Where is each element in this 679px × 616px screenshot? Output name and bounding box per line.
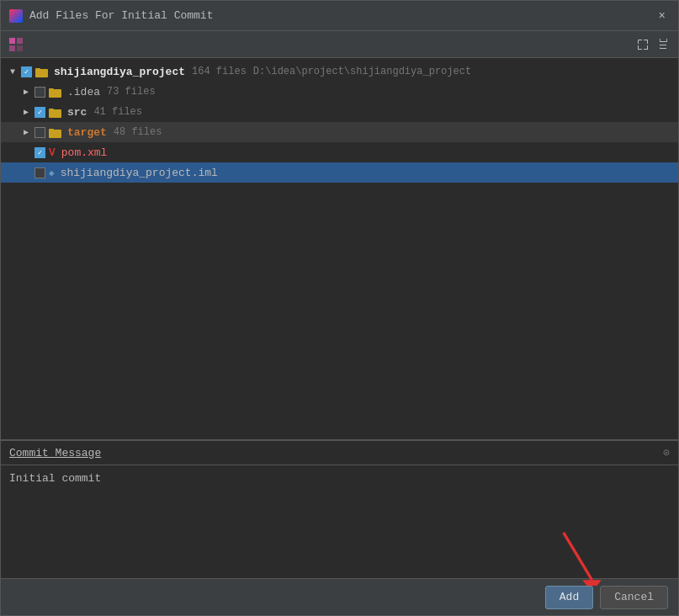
dialog-title: Add Files For Initial Commit bbox=[29, 9, 648, 22]
pom-name: pom.xml bbox=[61, 146, 108, 159]
root-name: shijiangdiya_project bbox=[54, 66, 185, 78]
root-count: 164 files bbox=[192, 66, 247, 77]
root-path: D:\idea\project\shijiangdiya_project bbox=[253, 66, 471, 77]
svg-rect-1 bbox=[17, 38, 23, 44]
tree-item-idea[interactable]: ▶ .idea 73 files bbox=[1, 82, 678, 102]
target-name: target bbox=[67, 126, 107, 139]
expand-icon[interactable] bbox=[634, 36, 651, 53]
svg-rect-7 bbox=[49, 88, 54, 91]
idea-count: 73 files bbox=[107, 86, 156, 98]
button-bar: Add Cancel bbox=[1, 578, 678, 615]
close-button[interactable]: × bbox=[655, 8, 670, 24]
tree-root[interactable]: ▼ shijiangdiya_project 164 files D:\idea… bbox=[1, 61, 678, 82]
idea-name: .idea bbox=[67, 86, 100, 98]
folder-icon bbox=[49, 107, 62, 118]
cancel-button[interactable]: Cancel bbox=[600, 586, 668, 609]
toolbar bbox=[1, 31, 678, 58]
pom-checkbox[interactable] bbox=[34, 147, 45, 158]
svg-rect-3 bbox=[17, 45, 23, 51]
folder-icon bbox=[49, 87, 62, 98]
tree-item-pom[interactable]: ▶ V pom.xml bbox=[1, 142, 678, 162]
toolbar-right bbox=[634, 36, 671, 53]
chevron-right-icon: ▶ bbox=[21, 87, 31, 97]
maven-icon: V bbox=[49, 146, 56, 159]
src-checkbox[interactable] bbox=[34, 107, 45, 118]
target-count: 48 files bbox=[114, 126, 162, 138]
svg-rect-11 bbox=[49, 129, 54, 131]
iml-checkbox[interactable] bbox=[34, 167, 45, 178]
commit-section: Commit Message ⊙ Initial commit bbox=[1, 440, 678, 578]
history-icon[interactable]: ⊙ bbox=[663, 446, 670, 459]
tree-item-src[interactable]: ▶ src 41 files bbox=[1, 102, 678, 122]
commit-message-input[interactable]: Initial commit bbox=[1, 465, 678, 575]
target-checkbox[interactable] bbox=[34, 127, 45, 138]
tree-item-target[interactable]: ▶ target 48 files bbox=[1, 122, 678, 142]
commit-header: Commit Message ⊙ bbox=[1, 440, 678, 465]
chevron-right-icon: ▶ bbox=[21, 107, 31, 117]
add-files-dialog: Add Files For Initial Commit × bbox=[0, 0, 679, 616]
add-button[interactable]: Add bbox=[545, 586, 593, 609]
src-count: 41 files bbox=[93, 106, 142, 118]
folder-icon bbox=[49, 127, 62, 138]
iml-icon: ◆ bbox=[49, 167, 55, 178]
commit-message-label[interactable]: Commit Message bbox=[9, 447, 101, 459]
iml-name: shijiangdiya_project.iml bbox=[61, 167, 218, 179]
svg-marker-13 bbox=[582, 580, 602, 586]
src-name: src bbox=[67, 106, 87, 119]
title-bar: Add Files For Initial Commit × bbox=[1, 1, 678, 31]
folder-icon bbox=[35, 66, 49, 77]
svg-rect-9 bbox=[49, 109, 54, 111]
tree-item-iml[interactable]: ▶ ◆ shijiangdiya_project.iml bbox=[1, 162, 678, 183]
svg-rect-0 bbox=[9, 38, 15, 44]
app-icon bbox=[9, 9, 23, 23]
select-all-icon[interactable] bbox=[8, 36, 24, 53]
chevron-right-icon: ▶ bbox=[21, 127, 31, 137]
root-checkbox[interactable] bbox=[21, 66, 32, 77]
collapse-icon[interactable] bbox=[655, 36, 671, 53]
svg-rect-5 bbox=[35, 68, 40, 71]
file-tree[interactable]: ▼ shijiangdiya_project 164 files D:\idea… bbox=[1, 58, 678, 439]
chevron-down-icon: ▼ bbox=[8, 66, 18, 77]
svg-rect-2 bbox=[9, 45, 15, 51]
idea-checkbox[interactable] bbox=[34, 87, 45, 98]
